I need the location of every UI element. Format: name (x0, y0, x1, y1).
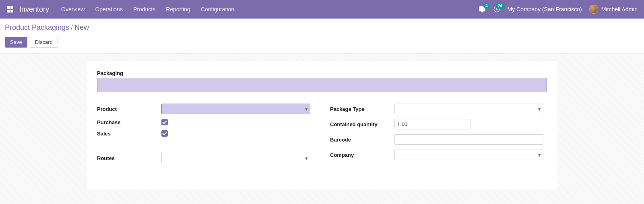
routes-field[interactable]: ▾ (161, 153, 310, 163)
product-label: Product (97, 106, 161, 112)
svg-rect-3 (10, 10, 13, 12)
breadcrumb-parent[interactable]: Product Packagings (5, 23, 69, 32)
discard-button[interactable]: Discard (30, 37, 58, 48)
right-column: Package Type ▾ Contained quantity Barcod… (330, 104, 547, 168)
menu-reporting[interactable]: Reporting (166, 6, 190, 12)
sales-label: Sales (97, 131, 161, 137)
company-label: Company (330, 152, 394, 158)
apps-icon[interactable] (6, 6, 14, 13)
contained-qty-label: Contained quantity (330, 121, 394, 127)
contained-qty-field (394, 119, 547, 129)
cp-buttons: Save Discard (5, 37, 639, 48)
svg-rect-1 (10, 6, 13, 9)
breadcrumb: Product Packagings / New (5, 23, 639, 32)
menu-products[interactable]: Products (133, 6, 155, 12)
control-panel: Product Packagings / New Save Discard (0, 19, 644, 54)
svg-rect-0 (7, 6, 10, 9)
routes-input[interactable] (161, 153, 310, 163)
navbar-right: 4 24 My Company (San Francisco) Mitchell… (479, 5, 638, 14)
menu-overview[interactable]: Overview (61, 6, 85, 12)
svg-rect-2 (7, 10, 10, 12)
messages-badge: 4 (483, 3, 490, 9)
company-field[interactable]: ▾ (394, 150, 543, 160)
activities-badge: 24 (495, 3, 504, 9)
contained-qty-input[interactable] (394, 119, 471, 129)
barcode-field (394, 134, 543, 145)
sales-checkbox[interactable] (161, 130, 168, 137)
form-sheet: Packaging Product ▾ Purchase Sales (87, 60, 557, 189)
packaging-label: Packaging (97, 70, 547, 76)
navbar-left: Inventory Overview Operations Products R… (6, 5, 234, 14)
packaging-input[interactable] (97, 78, 547, 92)
barcode-input[interactable] (394, 134, 543, 145)
package-type-label: Package Type (330, 106, 394, 112)
breadcrumb-current: New (74, 23, 89, 32)
nav-menu: Overview Operations Products Reporting C… (61, 6, 234, 12)
company-input[interactable] (394, 150, 543, 160)
navbar: Inventory Overview Operations Products R… (0, 0, 644, 19)
avatar (589, 5, 598, 14)
messages-icon[interactable]: 4 (479, 6, 486, 13)
product-input[interactable] (161, 104, 310, 114)
purchase-label: Purchase (97, 119, 161, 125)
barcode-label: Barcode (330, 137, 394, 143)
menu-configuration[interactable]: Configuration (201, 6, 234, 12)
username: Mitchell Admin (601, 6, 638, 12)
activities-icon[interactable]: 24 (493, 6, 500, 13)
menu-operations[interactable]: Operations (95, 6, 122, 12)
brand-title[interactable]: Inventory (19, 5, 49, 14)
company-selector[interactable]: My Company (San Francisco) (508, 6, 582, 12)
routes-label: Routes (97, 155, 161, 161)
save-button[interactable]: Save (5, 37, 27, 48)
purchase-checkbox[interactable] (161, 119, 168, 125)
product-field[interactable]: ▾ (161, 104, 310, 114)
breadcrumb-sep: / (71, 23, 73, 32)
user-menu[interactable]: Mitchell Admin (589, 5, 638, 14)
package-type-field[interactable]: ▾ (394, 104, 543, 114)
left-column: Product ▾ Purchase Sales Routes (97, 104, 314, 168)
package-type-input[interactable] (394, 104, 543, 114)
